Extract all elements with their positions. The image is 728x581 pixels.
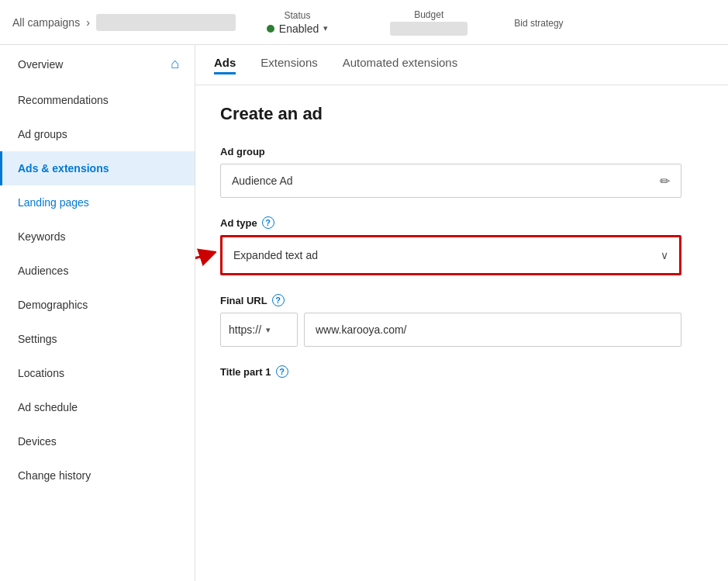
sidebar: Overview ⌂ Recommendations Ad groups Ads…	[0, 45, 195, 581]
title-part1-label-text: Title part 1	[220, 366, 271, 378]
arrow-container: Expanded text ad ∨	[220, 235, 681, 275]
sidebar-item-ad-groups[interactable]: Ad groups	[0, 117, 195, 151]
sidebar-item-audiences[interactable]: Audiences	[0, 254, 195, 288]
sidebar-item-devices[interactable]: Devices	[0, 424, 195, 458]
top-bar: All campaigns › Status Enabled ▾ Budget …	[0, 0, 728, 45]
ad-group-label: Ad group	[220, 146, 703, 157]
tab-ads[interactable]: Ads	[214, 56, 236, 74]
tab-ads-label: Ads	[214, 56, 236, 69]
sidebar-item-recommendations[interactable]: Recommendations	[0, 83, 195, 117]
home-icon: ⌂	[171, 56, 179, 72]
ad-type-field-group: Ad type ? Expanded text ad	[220, 216, 703, 275]
url-row: https:// ▾ www.karooya.com/	[220, 313, 681, 347]
ad-type-label-text: Ad type	[220, 217, 257, 229]
campaign-name-blurred	[96, 14, 236, 31]
budget-label: Budget	[414, 9, 443, 20]
sidebar-label-change-history: Change history	[18, 469, 91, 482]
ad-type-chevron-icon: ∨	[661, 249, 668, 261]
sidebar-item-ad-schedule[interactable]: Ad schedule	[0, 390, 195, 424]
tab-automated-extensions-label: Automated extensions	[343, 56, 457, 69]
sidebar-item-landing-pages[interactable]: Landing pages	[0, 185, 195, 220]
ad-group-value: Audience Ad	[232, 175, 293, 187]
tab-automated-extensions[interactable]: Automated extensions	[343, 56, 457, 74]
sidebar-label-demographics: Demographics	[18, 299, 88, 311]
sidebar-label-settings: Settings	[18, 333, 57, 345]
ad-type-help-icon[interactable]: ?	[262, 216, 274, 229]
url-domain-value: www.karooya.com/	[316, 323, 406, 336]
status-dot-enabled	[267, 25, 274, 33]
bid-strategy-label: Bid strategy	[514, 18, 563, 29]
ad-group-label-text: Ad group	[220, 146, 265, 157]
ad-group-field-group: Ad group Audience Ad ✏	[220, 146, 703, 198]
ad-type-label-row: Ad type ?	[220, 216, 703, 229]
tab-bar: Ads Extensions Automated extensions	[195, 45, 728, 85]
tab-extensions[interactable]: Extensions	[260, 56, 317, 74]
sidebar-item-keywords[interactable]: Keywords	[0, 220, 195, 254]
status-chevron-icon: ▾	[323, 23, 328, 33]
budget-value-blurred	[390, 22, 468, 36]
budget-section: Budget	[390, 9, 468, 36]
sidebar-item-demographics[interactable]: Demographics	[0, 288, 195, 322]
sidebar-label-keywords: Keywords	[18, 230, 65, 243]
status-label: Status	[285, 10, 311, 21]
url-protocol-dropdown[interactable]: https:// ▾	[220, 313, 298, 347]
sidebar-label-landing-pages: Landing pages	[18, 196, 89, 209]
status-section: Status Enabled ▾	[267, 10, 328, 35]
status-value-row[interactable]: Enabled ▾	[267, 22, 328, 35]
url-protocol-chevron-icon: ▾	[266, 325, 271, 335]
sidebar-label-locations: Locations	[18, 367, 64, 379]
title-part1-help-icon[interactable]: ?	[276, 365, 288, 378]
tab-extensions-label: Extensions	[260, 56, 317, 69]
bid-strategy-section: Bid strategy	[514, 16, 563, 29]
sidebar-item-settings[interactable]: Settings	[0, 322, 195, 356]
sidebar-label-overview: Overview	[18, 58, 63, 71]
url-domain-input[interactable]: www.karooya.com/	[304, 313, 681, 347]
content-area: Ads Extensions Automated extensions Crea…	[195, 45, 728, 581]
sidebar-item-ads-extensions[interactable]: Ads & extensions	[0, 151, 195, 185]
ad-type-selected-value: Expanded text ad	[233, 249, 318, 261]
sidebar-label-ad-schedule: Ad schedule	[18, 401, 78, 413]
form-title: Create an ad	[220, 104, 703, 124]
sidebar-label-audiences: Audiences	[18, 265, 68, 277]
url-protocol-value: https://	[229, 323, 261, 336]
final-url-label-row: Final URL ?	[220, 294, 703, 306]
title-part1-label-row: Title part 1 ?	[220, 365, 703, 378]
sidebar-item-overview[interactable]: Overview ⌂	[0, 45, 195, 83]
all-campaigns-link[interactable]: All campaigns	[12, 16, 80, 29]
sidebar-item-change-history[interactable]: Change history	[0, 458, 195, 493]
status-text: Enabled	[279, 22, 319, 35]
sidebar-item-locations[interactable]: Locations	[0, 356, 195, 390]
ad-type-dropdown[interactable]: Expanded text ad ∨	[220, 235, 681, 275]
breadcrumb: All campaigns ›	[12, 14, 236, 31]
final-url-field-group: Final URL ? https:// ▾ www.karooya.com/	[220, 294, 703, 347]
title-part1-field-group: Title part 1 ?	[220, 365, 703, 378]
main-layout: Overview ⌂ Recommendations Ad groups Ads…	[0, 45, 728, 581]
create-ad-form: Create an ad Ad group Audience Ad ✏ Ad t…	[195, 85, 728, 415]
sidebar-label-recommendations: Recommendations	[18, 94, 109, 106]
edit-icon[interactable]: ✏	[660, 174, 670, 188]
final-url-label-text: Final URL	[220, 295, 267, 306]
sidebar-label-ads-extensions: Ads & extensions	[18, 162, 109, 175]
final-url-help-icon[interactable]: ?	[272, 294, 285, 306]
sidebar-label-devices: Devices	[18, 435, 57, 448]
red-arrow-indicator	[195, 231, 216, 278]
breadcrumb-chevron: ›	[86, 16, 90, 29]
sidebar-label-ad-groups: Ad groups	[18, 128, 67, 140]
ad-group-input[interactable]: Audience Ad ✏	[220, 164, 681, 198]
